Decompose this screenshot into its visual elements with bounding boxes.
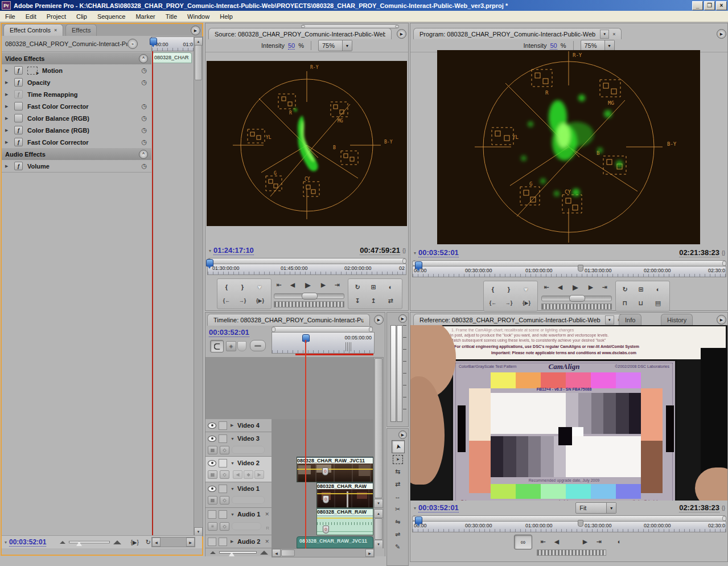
effect-row-color-balance-1[interactable]: ▶ Color Balance (RGB) ◷ [2,112,151,125]
program-zoom-select[interactable]: 75% ▼ [581,40,615,51]
effect-controls-timecode[interactable]: 00:03:52:01 [9,538,46,547]
show-keyframes-icon[interactable]: ◇ [220,496,229,505]
collapse-track-icon[interactable]: ▶ [231,539,235,544]
jog-disk[interactable] [537,549,606,556]
collapse-track-icon[interactable]: ▼ [231,512,235,516]
go-to-out-button[interactable]: →} [502,297,516,309]
tab-info[interactable]: Info [619,314,641,326]
gang-to-program-button[interactable]: ∞ [514,535,532,549]
menu-title[interactable]: Title [161,13,182,20]
go-to-out-button[interactable]: →} [236,295,249,306]
zoom-out-icon[interactable] [60,541,65,544]
stopwatch-icon[interactable]: ◷ [141,126,147,134]
toggle-track-output-icon[interactable] [208,486,216,492]
set-marker-button[interactable]: ♥ [253,281,266,293]
clip-marker-zero[interactable]: 0 [323,526,329,534]
timeline-marker-cluster-icon[interactable] [346,342,352,351]
disclosure-icon[interactable]: ▶ [5,128,10,133]
track-header-video3[interactable]: ▼ Video 3 ▦ ◇ [205,432,272,457]
effect-row-motion[interactable]: ▶ ƒ ➤ Motion ◷ [2,64,151,77]
collapse-track-icon[interactable]: ▼ [231,461,235,465]
go-to-in-button[interactable]: {← [486,297,500,309]
collapse-timecode-icon[interactable]: ▾ [414,506,416,511]
menu-window[interactable]: Window [182,13,215,20]
source-zoom-select[interactable]: 75% ▼ [318,40,352,51]
disclosure-icon[interactable]: ▶ [5,104,10,109]
set-display-style-icon[interactable]: ▦ [208,446,217,454]
step-back-button[interactable]: ◀ [550,536,563,547]
step-forward-button[interactable]: ▶ [579,536,591,547]
source-time-ruler[interactable]: 01:30:00:00 01:45:00:00 02:00:00:00 02 [207,264,406,275]
toggle-track-output-icon[interactable] [208,436,216,442]
show-keyframes-icon[interactable]: ◇ [220,446,229,454]
zoom-out-icon[interactable] [210,551,216,554]
loop-icon[interactable]: ↻ [146,539,151,546]
jog-disk[interactable] [274,301,344,307]
fx-toggle-icon[interactable]: ƒ [14,78,23,87]
tab-dropdown-icon[interactable]: ▼ [600,30,609,39]
toggle-track-output-icon[interactable] [208,460,216,466]
show-keyframes-icon[interactable]: ◇ [220,470,229,479]
track-header-video2[interactable]: ▼ Video 2 ▦ ◇ ◀ ◆ ▶ [205,457,272,482]
loop-button[interactable]: ↻ [351,281,364,293]
export-frame-button[interactable]: ▤ [651,297,665,309]
effect-mini-ruler[interactable]: 00:00 01:0 [151,36,194,51]
zoom-in-icon[interactable] [113,540,121,544]
title-bar[interactable]: Pr Adobe Premiere Pro - K:\CHARLAS\08032… [0,0,728,11]
tab-effect-controls[interactable]: Effect Controls × [3,24,63,36]
tab-source[interactable]: Source: 080328_CHAR_PROY_Comunic-Interac… [208,28,392,40]
set-in-point-button[interactable]: { [486,284,500,295]
safe-margins-button[interactable]: ⊞ [634,284,648,295]
collapse-timecode-icon[interactable]: ▾ [414,251,416,256]
close-button[interactable]: × [716,1,727,10]
set-encore-chapter-marker-button[interactable]: ◈ [226,341,236,351]
intensity-value[interactable]: 50 [288,42,295,50]
mute-solo-icon[interactable]: ✕ [265,511,269,517]
fx-toggle-icon[interactable] [14,102,23,110]
effect-mini-clip[interactable]: 080328_CHAR [152,52,192,63]
timeline-clip-video2[interactable]: 080328_CHAR_RAW_JVC11 0 [297,457,373,482]
razor-tool[interactable]: ✂ [392,504,404,514]
fx-toggle-icon[interactable] [14,114,23,122]
marker-menu-button[interactable] [250,340,266,351]
timeline-clip-video1[interactable]: 080328_CHAR_RAW 0 [316,482,373,508]
effect-row-fast-color-corrector-2[interactable]: ▶ ƒ Fast Color Corrector ◷ [2,136,151,149]
set-unnumbered-marker-button[interactable] [237,341,246,351]
tab-close-icon[interactable]: × [612,31,615,37]
effect-vscrollbar[interactable]: ▲ ▼ [194,36,203,536]
set-display-style-icon[interactable]: ▦ [208,470,217,479]
fx-toggle-icon[interactable]: ƒ [14,162,23,170]
step-back-button[interactable]: ◀ [286,280,299,290]
track-select-tool[interactable]: ➤ [393,455,403,464]
go-to-next-edit-button[interactable]: ⇥ [593,536,605,547]
collapse-track-icon[interactable]: ▼ [231,437,235,441]
loop-button[interactable]: ↻ [618,284,632,295]
timeline-ruler[interactable]: 00:05:00:00 [272,332,375,354]
effect-row-volume[interactable]: ▶ ƒ Volume ◷ [2,160,151,173]
track-header-audio2[interactable]: ▶ Audio 2 ✕ [205,535,272,548]
set-in-point-button[interactable]: { [220,281,233,293]
output-button[interactable]: ◐ [651,284,665,295]
zoom-slider[interactable] [69,541,110,543]
tab-history[interactable]: History [661,314,693,326]
tab-effects[interactable]: Effects [65,24,97,36]
timeline-vscrollbar[interactable]: ▼ ▲ ▼ [373,357,384,549]
panel-menu-icon[interactable]: ▶ [717,29,726,39]
reference-time-ruler[interactable]: 00:00 00:30:00:00 01:00:00:00 01:30:00:0… [412,521,726,532]
rolling-edit-tool[interactable]: ⇄ [392,479,404,489]
slide-tool[interactable]: ⇌ [392,529,404,539]
panel-menu-icon[interactable]: ▶ [717,315,726,325]
set-out-point-button[interactable]: } [236,281,249,293]
effect-row-time-remapping[interactable]: ▶ ƒ Time Remapping [2,88,151,101]
menu-project[interactable]: Project [42,13,71,20]
source-current-timecode[interactable]: 01:24:17:10 [213,247,254,255]
step-forward-button[interactable]: ▶ [317,280,330,290]
shuttle-slider[interactable] [541,296,612,301]
pen-tool[interactable]: ✎ [392,542,404,552]
fx-toggle-icon[interactable]: ƒ [14,90,23,99]
go-to-previous-edit-button[interactable]: ⇤ [537,536,549,547]
collapse-section-icon[interactable]: ^ [139,150,148,159]
panel-menu-icon[interactable]: ▶ [397,29,406,39]
set-out-point-button[interactable]: } [502,284,516,295]
tab-timeline[interactable]: Timeline: 080328_CHAR_PROY_Comunic-Inter… [207,314,370,326]
